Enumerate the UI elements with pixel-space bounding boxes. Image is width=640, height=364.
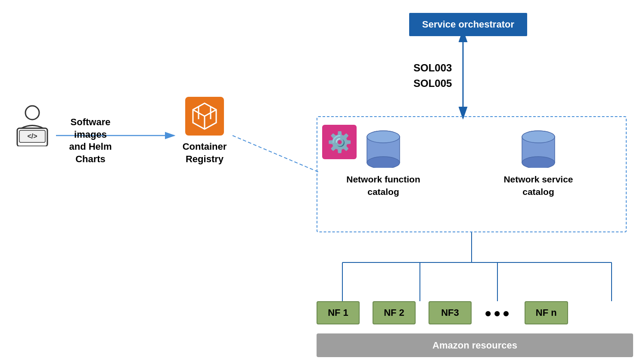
- sol-labels: SOL003 SOL005: [413, 60, 452, 91]
- container-registry: Container Registry: [177, 97, 233, 165]
- software-label: Software images and Helm Charts: [56, 116, 125, 165]
- service-orchestrator-label: Service orchestrator: [422, 19, 514, 30]
- nf3-box: NF3: [429, 301, 472, 324]
- developer-icon: </>: [13, 103, 52, 148]
- svg-point-26: [367, 157, 400, 168]
- sol005-label: SOL005: [413, 76, 452, 91]
- sol003-label: SOL003: [413, 60, 452, 76]
- nf2-box: NF 2: [373, 301, 416, 324]
- svg-point-31: [522, 131, 555, 143]
- ns-catalog: Network servicecatalog: [491, 129, 586, 198]
- amazon-resources-label: Amazon resources: [432, 340, 517, 351]
- nf-catalog: Network functioncatalog: [336, 129, 431, 198]
- svg-point-13: [25, 106, 39, 120]
- container-registry-label: Container Registry: [177, 141, 233, 165]
- diagram-container: </> Software images and Helm Charts Cont…: [0, 0, 640, 364]
- svg-line-5: [233, 136, 319, 172]
- amazon-resources-banner: Amazon resources: [317, 333, 633, 357]
- ns-catalog-label: Network servicecatalog: [491, 173, 586, 198]
- svg-point-30: [522, 157, 555, 168]
- svg-point-27: [367, 131, 400, 143]
- nf1-box: NF 1: [317, 301, 360, 324]
- nf-row: NF 1 NF 2 NF3 ●●● NF n: [317, 301, 568, 324]
- service-orchestrator-box: Service orchestrator: [409, 13, 527, 36]
- nfn-box: NF n: [525, 301, 568, 324]
- svg-text:</>: </>: [27, 133, 37, 140]
- nf-catalog-label: Network functioncatalog: [336, 173, 431, 198]
- nf-ellipsis: ●●●: [485, 306, 512, 320]
